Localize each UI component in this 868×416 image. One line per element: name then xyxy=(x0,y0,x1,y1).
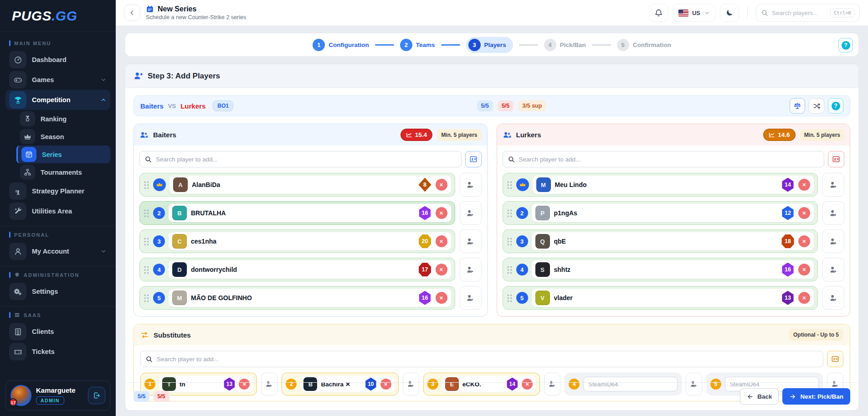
drag-handle-icon[interactable] xyxy=(144,209,149,218)
players-help-button[interactable] xyxy=(828,98,843,114)
step-number: 4 xyxy=(544,39,556,51)
person-arrow-icon xyxy=(466,265,475,274)
drag-handle-icon[interactable] xyxy=(507,237,513,246)
logout-button[interactable] xyxy=(88,387,105,404)
drag-handle-icon[interactable] xyxy=(507,209,513,218)
sidebar-item-ranking[interactable]: Ranking xyxy=(16,110,110,128)
remove-player-button[interactable] xyxy=(798,264,810,276)
remove-player-button[interactable] xyxy=(798,207,810,219)
chart-line-icon xyxy=(406,132,412,138)
remove-player-button[interactable] xyxy=(798,292,810,304)
match-team-a: Baiters xyxy=(140,102,164,110)
user-card[interactable]: 17 Kamarguete ADMIN xyxy=(5,380,110,411)
baiters-add-by-id-button[interactable] xyxy=(465,151,482,167)
remove-player-button[interactable] xyxy=(798,179,810,191)
step-teams[interactable]: 2 Teams xyxy=(400,39,435,51)
step-pick-ban: 4 Pick/Ban xyxy=(544,39,586,51)
move-to-substitute-button[interactable] xyxy=(822,286,844,310)
rating-badge: 16 xyxy=(781,263,794,277)
sidebar-item-strategy-planner[interactable]: Strategy Planner xyxy=(5,181,110,201)
lurkers-add-by-id-button[interactable] xyxy=(828,151,844,167)
drag-handle-icon[interactable] xyxy=(507,265,513,274)
sidebar-item-season[interactable]: Season xyxy=(16,128,110,146)
drag-handle-icon[interactable] xyxy=(507,181,513,189)
section-bar xyxy=(9,312,10,318)
remove-player-button[interactable] xyxy=(436,207,447,219)
remove-player-button[interactable] xyxy=(436,235,447,247)
move-to-substitute-button[interactable] xyxy=(460,173,482,197)
search-input[interactable] xyxy=(772,10,827,16)
next-pick-ban-button[interactable]: Next: Pick/Ban xyxy=(782,388,850,405)
locale-code: US xyxy=(692,10,700,16)
back-button[interactable]: Back xyxy=(740,388,779,405)
dark-mode-toggle[interactable] xyxy=(720,4,739,22)
move-to-substitute-button[interactable] xyxy=(460,258,482,281)
remove-player-button[interactable] xyxy=(436,264,447,276)
drag-handle-icon[interactable] xyxy=(144,265,149,274)
sidebar-item-utilities-area[interactable]: Utilities Area xyxy=(5,201,110,221)
global-search[interactable]: Ctrl+K xyxy=(756,4,860,22)
sidebar-item-settings[interactable]: Settings xyxy=(5,281,110,302)
player-row: 2 P p1ngAs 12 xyxy=(503,201,845,225)
step-configuration[interactable]: 1 Configuration xyxy=(313,39,369,51)
step-players[interactable]: 3 Players xyxy=(466,37,513,53)
subs-add-by-id-button[interactable] xyxy=(827,351,843,367)
section-label-personal: PERSONAL xyxy=(9,232,107,238)
app-logo: PUGS.GG xyxy=(0,0,116,32)
baiters-panel-header: Baiters 15.4 Min. 5 players xyxy=(134,124,487,146)
remove-player-button[interactable] xyxy=(436,179,447,191)
remove-player-button[interactable] xyxy=(798,235,810,247)
move-to-substitute-button[interactable] xyxy=(822,173,844,197)
drag-handle-icon[interactable] xyxy=(144,181,149,189)
move-to-substitute-button[interactable] xyxy=(460,229,482,253)
captain-crown-badge xyxy=(153,178,166,191)
divider xyxy=(0,226,116,226)
shuffle-players-button[interactable] xyxy=(809,98,824,114)
player-name: MÃO DE GOLFINHO xyxy=(191,294,252,302)
remove-player-button[interactable] xyxy=(436,292,447,304)
sidebar-item-tournaments[interactable]: Tournaments xyxy=(16,163,110,181)
sidebar-item-series[interactable]: Series xyxy=(16,146,110,163)
lurkers-search-input[interactable] xyxy=(519,156,820,163)
player-number-badge: 3 xyxy=(153,235,165,247)
search-icon xyxy=(145,355,153,363)
lurkers-player-search[interactable] xyxy=(503,151,825,167)
logo-text-accent: .GG xyxy=(51,8,77,24)
rating-badge: 17 xyxy=(419,263,431,277)
stepper-help-button[interactable] xyxy=(838,38,853,52)
back-chevron-button[interactable] xyxy=(124,5,140,21)
subs-search-input[interactable] xyxy=(157,356,818,363)
baiters-search-input[interactable] xyxy=(156,156,457,163)
id-card-icon xyxy=(832,155,840,163)
sidebar-item-clients[interactable]: Clients xyxy=(5,322,110,342)
move-to-substitute-button[interactable] xyxy=(822,201,844,225)
team-name: Lurkers xyxy=(516,131,541,139)
move-to-substitute-button[interactable] xyxy=(822,229,844,253)
sidebar-item-my-account[interactable]: My Account xyxy=(5,241,110,261)
match-vs-label: VS xyxy=(168,103,176,109)
sidebar-item-games[interactable]: Games xyxy=(5,70,110,90)
baiters-player-search[interactable] xyxy=(139,151,462,167)
move-to-substitute-button[interactable] xyxy=(460,201,482,225)
balance-teams-button[interactable] xyxy=(790,98,805,114)
locale-selector[interactable]: US xyxy=(673,4,715,22)
sidebar-item-competition[interactable]: Competition xyxy=(5,90,110,110)
drag-handle-icon[interactable] xyxy=(507,294,513,302)
section-label-saas: SAAS xyxy=(9,312,107,318)
drag-handle-icon[interactable] xyxy=(144,294,149,302)
subs-search-row xyxy=(140,351,843,367)
subs-player-search[interactable] xyxy=(140,351,823,367)
player-number-badge: 2 xyxy=(153,207,165,219)
sidebar-item-dashboard[interactable]: Dashboard xyxy=(5,50,110,70)
notifications-button[interactable] xyxy=(649,4,668,22)
divider xyxy=(0,306,116,307)
player-row: 2 B BRUTALHA 16 xyxy=(139,201,482,225)
drag-handle-icon[interactable] xyxy=(144,237,149,246)
sidebar-item-tickets[interactable]: Tickets xyxy=(5,342,110,362)
step-number: 2 xyxy=(400,39,412,51)
step-label: Players xyxy=(484,42,506,48)
substitutes-header: Substitutes Optional - Up to 5 xyxy=(134,324,850,345)
section-label-administration: ADMINISTRATION xyxy=(9,272,107,278)
move-to-substitute-button[interactable] xyxy=(460,286,482,310)
move-to-substitute-button[interactable] xyxy=(822,258,844,281)
